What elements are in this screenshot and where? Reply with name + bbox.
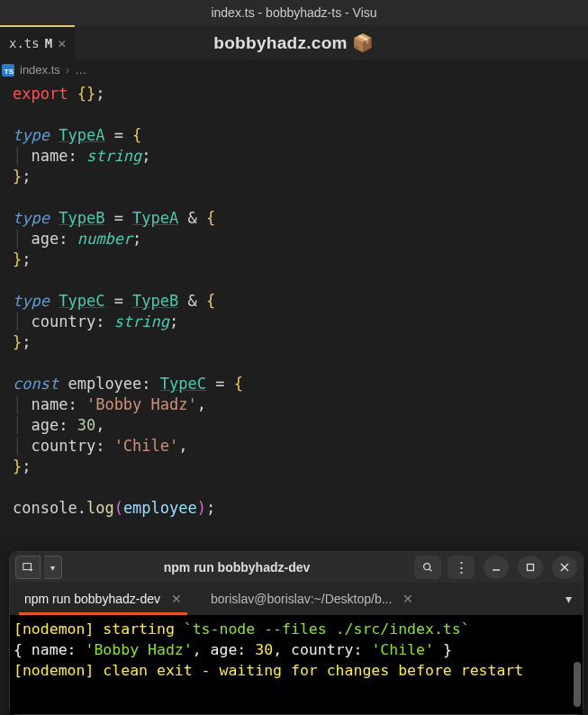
terminal-tab-bar: npm run bobbyhadz-dev ✕ borislav@borisla… bbox=[10, 583, 583, 615]
close-icon bbox=[560, 563, 569, 572]
object-key: country bbox=[31, 437, 95, 455]
breadcrumb-more[interactable]: … bbox=[75, 63, 86, 77]
terminal-title: npm run bobbyhadz-dev bbox=[66, 560, 408, 575]
terminal-text: , country: bbox=[273, 641, 371, 658]
terminal-text: 'Chile' bbox=[371, 641, 434, 658]
menu-button[interactable]: ⋮ bbox=[448, 556, 475, 579]
search-button[interactable] bbox=[414, 556, 441, 579]
object-key: name bbox=[31, 395, 68, 413]
breadcrumb-file[interactable]: index.ts bbox=[20, 63, 60, 77]
tab-overflow-dropdown[interactable]: ▾ bbox=[555, 583, 583, 615]
new-tab-button[interactable] bbox=[15, 556, 41, 579]
object-key: age bbox=[31, 416, 59, 434]
maximize-button[interactable] bbox=[518, 556, 543, 579]
type-identifier: TypeC bbox=[59, 292, 104, 310]
terminal-text: starting bbox=[94, 620, 183, 638]
breadcrumb[interactable]: TS index.ts › … bbox=[0, 59, 588, 80]
minimize-icon bbox=[492, 563, 501, 572]
terminal-text: { name: bbox=[14, 641, 85, 658]
number-literal: 30 bbox=[77, 416, 95, 434]
type-string: string bbox=[114, 312, 169, 330]
chevron-right-icon: › bbox=[66, 63, 69, 77]
terminal-tab-label: borislav@borislav:~/Desktop/b... bbox=[211, 592, 392, 606]
keyword-const: const bbox=[13, 375, 59, 393]
terminal-text: [nodemon] bbox=[14, 620, 94, 638]
keyword-type: type bbox=[13, 292, 50, 310]
watermark-text: bobbyhadz.com 📦 bbox=[213, 32, 374, 53]
chevron-down-icon: ▾ bbox=[565, 592, 572, 606]
type-identifier: TypeB bbox=[59, 209, 104, 227]
terminal-window: ▾ npm run bobbyhadz-dev ⋮ npm run bobbyh… bbox=[9, 551, 583, 715]
terminal-text: `ts-node --files ./src/index.ts` bbox=[184, 620, 470, 638]
keyword-export: export bbox=[13, 85, 68, 103]
console-object: console bbox=[13, 499, 77, 517]
variable-ref: employee bbox=[123, 499, 197, 517]
property: country bbox=[31, 312, 95, 330]
close-icon[interactable]: ✕ bbox=[58, 35, 66, 51]
terminal-text: 30 bbox=[255, 641, 273, 658]
new-tab-icon bbox=[22, 561, 34, 574]
keyword-type: type bbox=[13, 209, 50, 227]
type-identifier: TypeA bbox=[59, 126, 104, 144]
editor-tab[interactable]: x.ts M ✕ bbox=[0, 25, 75, 59]
terminal-text: } bbox=[434, 641, 452, 658]
window-title: index.ts - bobbyhadz-ts - Visu bbox=[0, 0, 588, 25]
string-literal: 'Bobby Hadz' bbox=[86, 395, 197, 413]
property: age bbox=[31, 230, 59, 248]
svg-line-4 bbox=[430, 569, 432, 572]
terminal-text: [nodemon] clean exit - waiting for chang… bbox=[14, 662, 523, 679]
keyword-type: type bbox=[13, 126, 50, 144]
type-string: string bbox=[86, 147, 141, 165]
search-icon bbox=[421, 561, 434, 574]
type-number: number bbox=[77, 230, 132, 248]
variable: employee bbox=[68, 375, 141, 393]
tab-filename: x.ts bbox=[9, 36, 40, 50]
terminal-tab-label: npm run bobbyhadz-dev bbox=[24, 592, 160, 606]
terminal-header: ▾ npm run bobbyhadz-dev ⋮ bbox=[10, 552, 583, 583]
type-reference: TypeB bbox=[132, 292, 178, 310]
svg-rect-0 bbox=[23, 564, 32, 570]
terminal-tab[interactable]: borislav@borislav:~/Desktop/b... ✕ bbox=[196, 583, 428, 615]
terminal-text: 'Bobby Hadz' bbox=[85, 641, 192, 658]
svg-point-3 bbox=[424, 564, 430, 570]
tab-modified-indicator: M bbox=[45, 36, 52, 50]
terminal-tab-active[interactable]: npm run bobbyhadz-dev ✕ bbox=[10, 583, 196, 615]
close-button[interactable] bbox=[552, 556, 577, 579]
terminal-text: , age: bbox=[193, 641, 256, 658]
log-function: log bbox=[86, 499, 114, 517]
type-reference: TypeA bbox=[132, 209, 178, 227]
typescript-file-icon: TS bbox=[2, 64, 14, 77]
maximize-icon bbox=[526, 563, 535, 572]
editor-tab-bar: x.ts M ✕ bobbyhadz.com 📦 bbox=[0, 25, 588, 59]
code-editor[interactable]: export {}; type TypeA = { │ name: string… bbox=[0, 80, 588, 522]
svg-rect-6 bbox=[528, 565, 534, 571]
close-icon[interactable]: ✕ bbox=[403, 592, 413, 606]
string-literal: 'Chile' bbox=[114, 437, 179, 455]
scrollbar[interactable] bbox=[574, 662, 581, 707]
terminal-output[interactable]: [nodemon] starting `ts-node --files ./sr… bbox=[10, 615, 583, 714]
kebab-icon: ⋮ bbox=[454, 558, 469, 577]
minimize-button[interactable] bbox=[484, 556, 509, 579]
close-icon[interactable]: ✕ bbox=[171, 592, 182, 606]
property: name bbox=[31, 147, 68, 165]
new-tab-dropdown[interactable]: ▾ bbox=[44, 556, 62, 579]
type-reference: TypeC bbox=[160, 375, 206, 393]
